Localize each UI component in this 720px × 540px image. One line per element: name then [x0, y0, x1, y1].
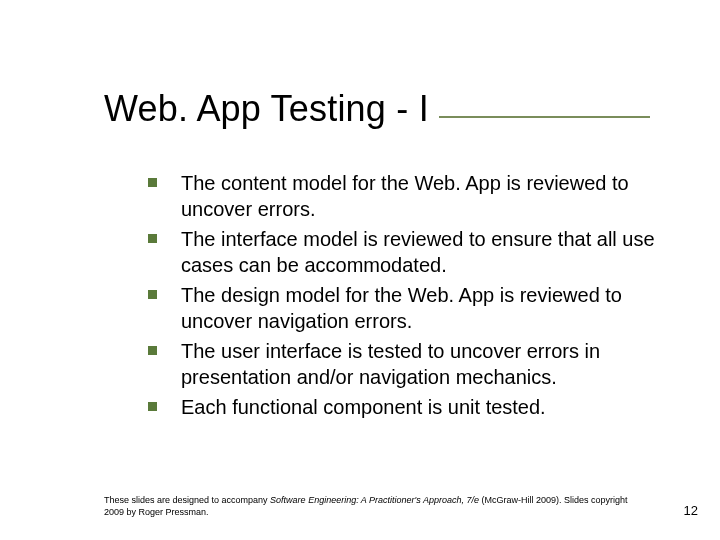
list-item-text: Each functional component is unit tested… — [181, 394, 546, 420]
list-item: The design model for the Web. App is rev… — [148, 282, 660, 334]
slide-title: Web. App Testing - I — [104, 88, 429, 130]
square-bullet-icon — [148, 234, 157, 243]
title-row: Web. App Testing - I — [104, 88, 680, 130]
footer-text: These slides are designed to accompany S… — [104, 494, 650, 518]
list-item-text: The design model for the Web. App is rev… — [181, 282, 660, 334]
page-number: 12 — [684, 503, 698, 518]
square-bullet-icon — [148, 178, 157, 187]
slide: Web. App Testing - I The content model f… — [0, 0, 720, 540]
square-bullet-icon — [148, 402, 157, 411]
list-item: The interface model is reviewed to ensur… — [148, 226, 660, 278]
square-bullet-icon — [148, 346, 157, 355]
slide-body: The content model for the Web. App is re… — [148, 170, 660, 424]
square-bullet-icon — [148, 290, 157, 299]
list-item: The content model for the Web. App is re… — [148, 170, 660, 222]
title-rule — [439, 116, 650, 118]
footer-pre: These slides are designed to accompany — [104, 495, 270, 505]
list-item-text: The user interface is tested to uncover … — [181, 338, 660, 390]
list-item-text: The interface model is reviewed to ensur… — [181, 226, 660, 278]
list-item: The user interface is tested to uncover … — [148, 338, 660, 390]
footer-italic: Software Engineering: A Practitioner's A… — [270, 495, 479, 505]
list-item-text: The content model for the Web. App is re… — [181, 170, 660, 222]
list-item: Each functional component is unit tested… — [148, 394, 660, 420]
